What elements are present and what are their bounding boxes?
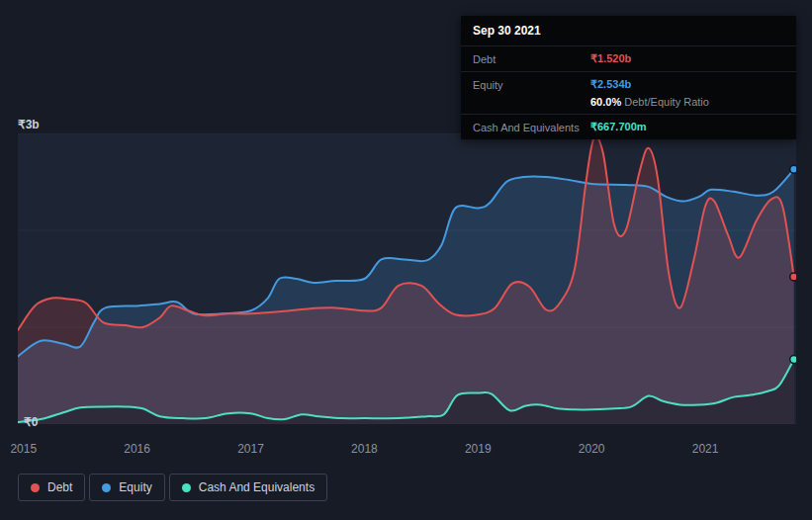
chart-legend: Debt Equity Cash And Equivalents: [18, 474, 327, 501]
chart-plot-area[interactable]: [18, 133, 796, 424]
tooltip-row-cash: Cash And Equivalents ₹667.700m: [461, 115, 796, 139]
tooltip-debt-label: Debt: [473, 52, 590, 65]
tooltip-debt-value: ₹1.520b: [590, 52, 784, 65]
tooltip-equity-value: ₹2.534b: [590, 78, 784, 91]
debt-dot-icon: [31, 483, 40, 492]
tooltip-debt-equity-ratio: 60.0% Debt/Equity Ratio: [590, 96, 784, 108]
tooltip-equity-label: Equity: [473, 78, 590, 91]
x-axis-label: 2021: [688, 442, 722, 456]
x-axis-label: 2015: [7, 442, 41, 456]
chart-tooltip: Sep 30 2021 Debt ₹1.520b Equity ₹2.534b …: [461, 16, 796, 139]
legend-equity-label: Equity: [119, 480, 151, 494]
legend-item-equity[interactable]: Equity: [89, 474, 164, 501]
y-axis-label-top: ₹3b: [18, 118, 40, 131]
debt-equity-history-chart: ₹3b ₹0 2015201620172018201920202021 Sep …: [0, 0, 812, 520]
legend-debt-label: Debt: [47, 480, 72, 494]
tooltip-equity-value-group: ₹2.534b 60.0% Debt/Equity Ratio: [590, 78, 784, 108]
x-axis-label: 2017: [234, 442, 268, 456]
tooltip-cash-label: Cash And Equivalents: [473, 121, 590, 133]
x-axis-label: 2020: [575, 442, 608, 456]
tooltip-cash-value: ₹667.700m: [590, 121, 784, 133]
legend-cash-label: Cash And Equivalents: [199, 480, 315, 494]
legend-item-cash[interactable]: Cash And Equivalents: [169, 474, 327, 501]
equity-dot-icon: [102, 483, 111, 492]
y-axis-label-bottom: ₹0: [24, 415, 38, 429]
tooltip-ratio-label: Debt/Equity Ratio: [624, 96, 709, 108]
tooltip-row-equity: Equity ₹2.534b 60.0% Debt/Equity Ratio: [461, 72, 796, 115]
legend-item-debt[interactable]: Debt: [18, 474, 85, 501]
x-axis-label: 2016: [121, 442, 154, 456]
chart-svg[interactable]: [18, 133, 796, 424]
tooltip-ratio-percent: 60.0%: [590, 96, 621, 108]
cash-dot-icon: [182, 483, 191, 492]
tooltip-row-debt: Debt ₹1.520b: [461, 46, 796, 72]
x-axis-label: 2018: [347, 442, 381, 456]
x-axis-label: 2019: [461, 442, 495, 456]
tooltip-date: Sep 30 2021: [461, 16, 796, 46]
